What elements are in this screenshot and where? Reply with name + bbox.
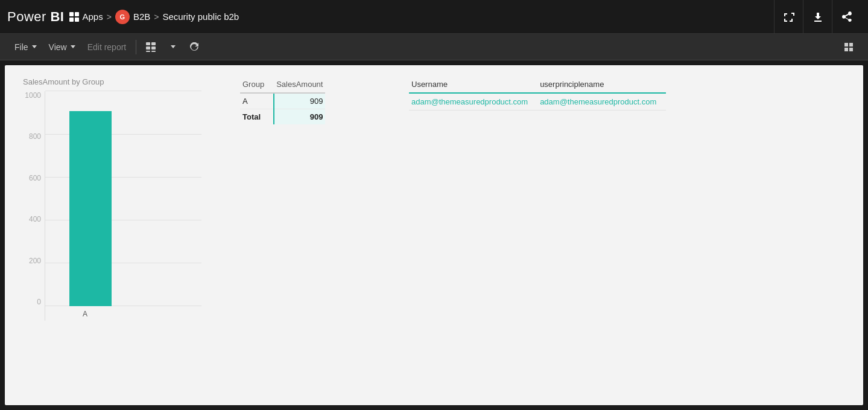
chart-title: SalesAmount by Group [23,77,204,86]
svg-rect-2 [69,18,74,22]
apps-grid-icon [69,11,80,22]
top-bar: Power BI Apps > G B2B > [0,0,868,34]
view-menu[interactable]: View [44,37,80,57]
total-value-cell: 909 [274,109,325,125]
svg-rect-6 [146,46,150,50]
app-logo: Power BI [7,9,64,25]
view-chevron-icon [71,45,75,48]
amount-cell: 909 [274,93,325,109]
gridline-1000 [45,91,201,91]
table-row: A 909 [240,93,325,109]
total-row: Total 909 [240,109,325,125]
chart-area: 0 200 400 600 800 1000 A [23,91,204,321]
sales-table: Group SalesAmount A 909 Total 909 [240,77,325,124]
view-label: View [49,42,67,52]
b2b-icon: G [115,10,130,24]
breadcrumb: Apps > G B2B > Security public b2b [69,10,239,24]
gridline-200 [45,263,201,263]
group-cell: A [240,93,274,109]
upn-cell: adam@themeasuredproduct.com [537,93,666,111]
share-button[interactable] [832,0,861,34]
svg-rect-4 [146,42,150,45]
report-view-button[interactable] [141,37,160,57]
top-bar-left: Power BI Apps > G B2B > [7,9,239,25]
col-username-header: Username [409,77,537,93]
svg-rect-5 [151,42,156,45]
col-upn-header: userprinciplename [537,77,666,93]
y-label-400: 400 [23,215,45,223]
layout-button[interactable] [839,37,858,57]
sales-table-header-row: Group SalesAmount [240,77,325,93]
sales-table-section: Group SalesAmount A 909 Total 909 [240,77,373,393]
svg-rect-9 [151,51,156,52]
chart-section: SalesAmount by Group 0 200 400 600 800 1… [23,77,204,393]
toolbar-chevron-icon [171,45,176,48]
bar-a[interactable] [69,111,112,306]
b2b-label: B2B [133,11,150,22]
svg-rect-0 [69,12,74,16]
file-chevron-icon [32,45,37,48]
dropdown-button[interactable] [163,37,182,57]
table-row: adam@themeasuredproduct.com adam@themeas… [409,93,666,111]
breadcrumb-sep-1: > [107,12,112,22]
main-content: SalesAmount by Group 0 200 400 600 800 1… [5,65,863,405]
x-axis-label-a: A [83,310,87,318]
total-label-cell: Total [240,109,274,125]
toolbar-separator [136,40,136,54]
y-label-0: 0 [23,298,45,306]
col-amount-header: SalesAmount [274,77,325,93]
file-menu[interactable]: File [10,37,42,57]
y-label-200: 200 [23,257,45,265]
expand-button[interactable] [774,0,803,34]
y-label-800: 800 [23,132,45,141]
user-table-header-row: Username userprinciplename [409,77,666,93]
y-axis: 0 200 400 600 800 1000 [23,91,45,321]
file-label: File [14,42,28,52]
toolbar-right [839,37,858,57]
gridline-800 [45,134,201,135]
user-table: Username userprinciplename adam@themeasu… [409,77,666,111]
svg-rect-3 [75,18,79,22]
apps-label: Apps [82,11,103,22]
chart-plot: A [45,91,201,321]
col-group-header: Group [240,77,274,93]
toolbar: File View Edit report [0,34,868,60]
breadcrumb-page: Security public b2b [162,11,239,22]
user-table-section: Username userprinciplename adam@themeasu… [409,77,666,393]
download-button[interactable] [803,0,832,34]
gridline-0 [45,306,201,306]
top-bar-right [774,0,861,34]
svg-rect-1 [75,12,79,16]
y-label-600: 600 [23,174,45,182]
edit-report-button[interactable]: Edit report [83,40,131,54]
y-label-1000: 1000 [23,91,45,100]
username-cell: adam@themeasuredproduct.com [409,93,537,111]
gridline-400 [45,220,201,220]
breadcrumb-b2b[interactable]: G B2B [115,10,150,24]
refresh-button[interactable] [185,37,204,57]
svg-rect-8 [146,51,150,52]
breadcrumb-apps[interactable]: Apps [69,11,103,22]
breadcrumb-sep-2: > [154,12,159,22]
svg-rect-7 [151,46,156,50]
gridline-600 [45,177,201,178]
